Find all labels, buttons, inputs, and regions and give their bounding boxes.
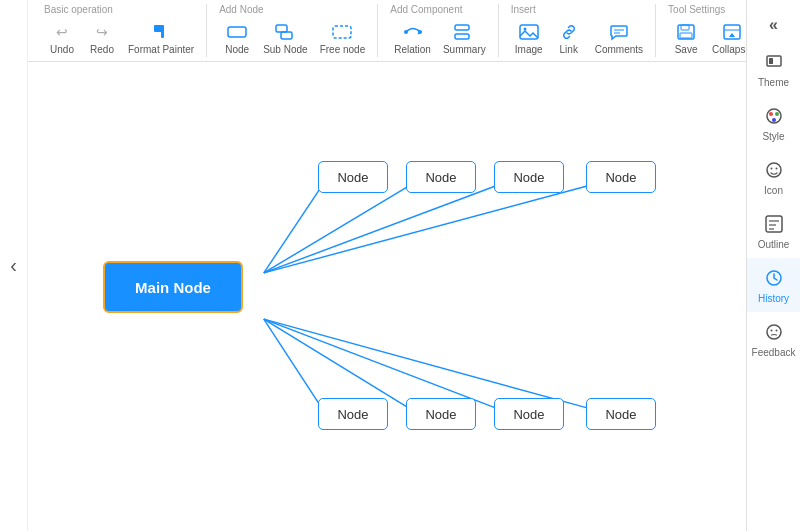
main-node-label: Main Node xyxy=(135,279,211,296)
collapse-icon xyxy=(721,21,743,43)
basic-operation-items: ↩ Undo ↪ Redo Format Painter xyxy=(44,19,198,57)
redo-button[interactable]: ↪ Redo xyxy=(84,19,120,57)
sidebar-feedback-label: Feedback xyxy=(752,347,796,358)
sidebar-item-icon[interactable]: Icon xyxy=(747,150,800,204)
sub-node-label: Sub Node xyxy=(263,44,307,55)
svg-rect-9 xyxy=(455,34,469,39)
bottom-node-4[interactable]: Node xyxy=(586,398,656,430)
collapse-label: Collapse xyxy=(712,44,746,55)
feedback-icon xyxy=(762,320,786,344)
svg-rect-2 xyxy=(228,27,246,37)
back-nav[interactable]: ‹ xyxy=(0,0,28,531)
save-button[interactable]: Save xyxy=(668,19,704,57)
main-node[interactable]: Main Node xyxy=(103,261,243,313)
svg-point-36 xyxy=(775,168,777,170)
bottom-node-3[interactable]: Node xyxy=(494,398,564,430)
svg-marker-19 xyxy=(729,33,735,37)
right-sidebar: « Theme Style Icon Outline History xyxy=(746,0,800,531)
relation-label: Relation xyxy=(394,44,431,55)
free-node-icon xyxy=(331,21,353,43)
sidebar-collapse-button[interactable]: « xyxy=(747,8,800,42)
svg-rect-1 xyxy=(161,30,164,38)
sub-node-button[interactable]: Sub Node xyxy=(259,19,311,57)
free-node-button[interactable]: Free node xyxy=(316,19,370,57)
add-component-group: Add Component Relation Summary xyxy=(382,4,499,57)
node-label: Node xyxy=(225,44,249,55)
image-icon xyxy=(518,21,540,43)
save-icon xyxy=(675,21,697,43)
comments-icon xyxy=(608,21,630,43)
sidebar-item-history[interactable]: History xyxy=(747,258,800,312)
sidebar-item-outline[interactable]: Outline xyxy=(747,204,800,258)
svg-line-22 xyxy=(264,186,495,273)
sidebar-item-feedback[interactable]: Feedback xyxy=(747,312,800,366)
insert-items: Image Link Comments xyxy=(511,19,647,57)
link-button[interactable]: Link xyxy=(551,19,587,57)
sidebar-icon-label: Icon xyxy=(764,185,783,196)
relation-icon xyxy=(402,21,424,43)
format-painter-button[interactable]: Format Painter xyxy=(124,19,198,57)
svg-rect-10 xyxy=(520,25,538,39)
canvas-area[interactable]: Main Node Node Node Node Node Node Node … xyxy=(28,62,746,531)
collapse-button[interactable]: Collapse xyxy=(708,19,746,57)
summary-icon xyxy=(453,21,475,43)
sidebar-item-style[interactable]: Style xyxy=(747,96,800,150)
toolbar: Basic operation ↩ Undo ↪ Redo Format Pai… xyxy=(28,0,746,62)
image-label: Image xyxy=(515,44,543,55)
relation-button[interactable]: Relation xyxy=(390,19,435,57)
svg-point-35 xyxy=(770,168,772,170)
main-content: Basic operation ↩ Undo ↪ Redo Format Pai… xyxy=(28,0,746,531)
link-icon xyxy=(558,21,580,43)
node-button[interactable]: Node xyxy=(219,19,255,57)
back-icon: ‹ xyxy=(10,254,17,277)
sub-node-icon xyxy=(274,21,296,43)
bottom-node-1[interactable]: Node xyxy=(318,398,388,430)
sidebar-outline-label: Outline xyxy=(758,239,790,250)
svg-rect-4 xyxy=(281,32,292,39)
format-painter-icon xyxy=(150,21,172,43)
tool-settings-label: Tool Settings xyxy=(668,4,725,15)
style-icon xyxy=(762,104,786,128)
undo-button[interactable]: ↩ Undo xyxy=(44,19,80,57)
bottom-node-2[interactable]: Node xyxy=(406,398,476,430)
svg-line-25 xyxy=(264,319,408,408)
redo-icon: ↪ xyxy=(91,21,113,43)
top-node-3[interactable]: Node xyxy=(494,161,564,193)
basic-operation-label: Basic operation xyxy=(44,4,113,15)
svg-point-42 xyxy=(767,325,781,339)
svg-rect-16 xyxy=(680,33,692,38)
icon-icon xyxy=(762,158,786,182)
history-icon xyxy=(762,266,786,290)
save-label: Save xyxy=(675,44,698,55)
svg-rect-29 xyxy=(769,58,773,64)
comments-button[interactable]: Comments xyxy=(591,19,647,57)
svg-point-43 xyxy=(770,330,772,332)
add-node-group: Add Node Node Sub Node xyxy=(211,4,378,57)
link-label: Link xyxy=(560,44,578,55)
svg-point-32 xyxy=(775,112,779,116)
add-node-items: Node Sub Node Free node xyxy=(219,19,369,57)
tool-settings-group: Tool Settings Save Collapse xyxy=(660,4,746,57)
top-node-4[interactable]: Node xyxy=(586,161,656,193)
sidebar-item-theme[interactable]: Theme xyxy=(747,42,800,96)
tool-settings-items: Save Collapse xyxy=(668,19,746,57)
insert-group: Insert Image Link xyxy=(503,4,656,57)
svg-rect-3 xyxy=(276,25,287,32)
free-node-label: Free node xyxy=(320,44,366,55)
svg-point-44 xyxy=(775,330,777,332)
svg-point-34 xyxy=(767,163,781,177)
insert-label: Insert xyxy=(511,4,536,15)
svg-point-6 xyxy=(404,30,408,34)
svg-rect-5 xyxy=(333,26,351,38)
svg-point-33 xyxy=(772,118,776,122)
add-component-items: Relation Summary xyxy=(390,19,490,57)
sidebar-theme-label: Theme xyxy=(758,77,789,88)
image-button[interactable]: Image xyxy=(511,19,547,57)
redo-label: Redo xyxy=(90,44,114,55)
summary-button[interactable]: Summary xyxy=(439,19,490,57)
top-node-1[interactable]: Node xyxy=(318,161,388,193)
basic-operation-group: Basic operation ↩ Undo ↪ Redo Format Pai… xyxy=(36,4,207,57)
top-node-2[interactable]: Node xyxy=(406,161,476,193)
svg-rect-37 xyxy=(766,216,782,232)
theme-icon xyxy=(762,50,786,74)
